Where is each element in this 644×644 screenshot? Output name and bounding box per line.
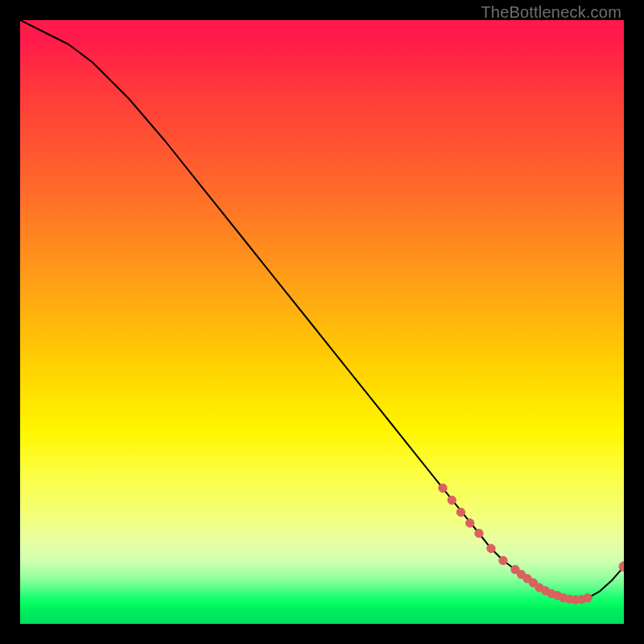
highlighted-points [439, 484, 624, 604]
data-point [584, 594, 592, 602]
data-point [456, 508, 464, 516]
data-point [475, 529, 483, 537]
watermark-text: TheBottleneck.com [481, 3, 621, 22]
curve-svg [20, 20, 624, 624]
chart-stage: TheBottleneck.com [0, 0, 644, 644]
data-point [499, 556, 507, 564]
data-point [487, 544, 495, 552]
bottleneck-curve [20, 20, 624, 600]
data-point [466, 519, 474, 527]
plot-area [20, 20, 624, 624]
data-point [439, 484, 447, 492]
data-point [448, 496, 456, 504]
data-point [619, 562, 624, 572]
